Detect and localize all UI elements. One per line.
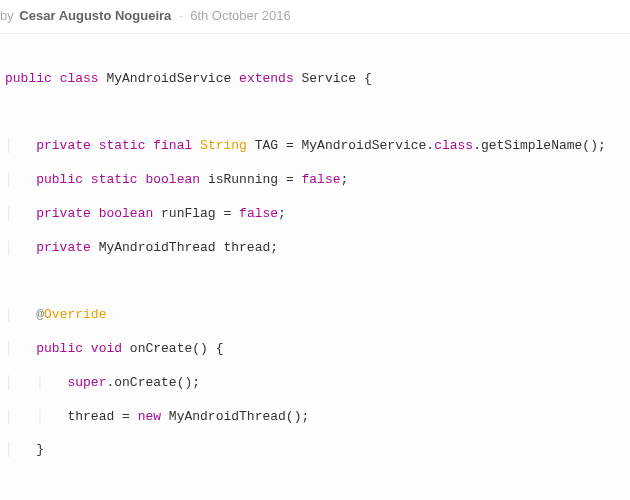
code-line: │ │ thread = new MyAndroidThread(); [5, 409, 625, 426]
code-line: │ │ super.onCreate(); [5, 375, 625, 392]
code-line: │ @Override [5, 307, 625, 324]
code-line: │ public static boolean isRunning = fals… [5, 172, 625, 189]
code-line: │ private boolean runFlag = false; [5, 206, 625, 223]
code-line: │ private static final String TAG = MyAn… [5, 138, 625, 155]
code-block[interactable]: public class MyAndroidService extends Se… [0, 34, 630, 500]
code-line: │ private MyAndroidThread thread; [5, 240, 625, 257]
code-line [5, 274, 625, 291]
code-line [5, 105, 625, 122]
by-label: by [0, 8, 14, 23]
code-line [5, 476, 625, 493]
author-name[interactable]: Cesar Augusto Nogueira [19, 8, 171, 23]
separator-dot: · [179, 8, 183, 23]
code-line: │ public void onCreate() { [5, 341, 625, 358]
code-line: │ } [5, 442, 625, 459]
post-date: 6th October 2016 [190, 8, 290, 23]
snippet-header: by Cesar Augusto Nogueira · 6th October … [0, 0, 630, 34]
code-line: public class MyAndroidService extends Se… [5, 71, 625, 88]
